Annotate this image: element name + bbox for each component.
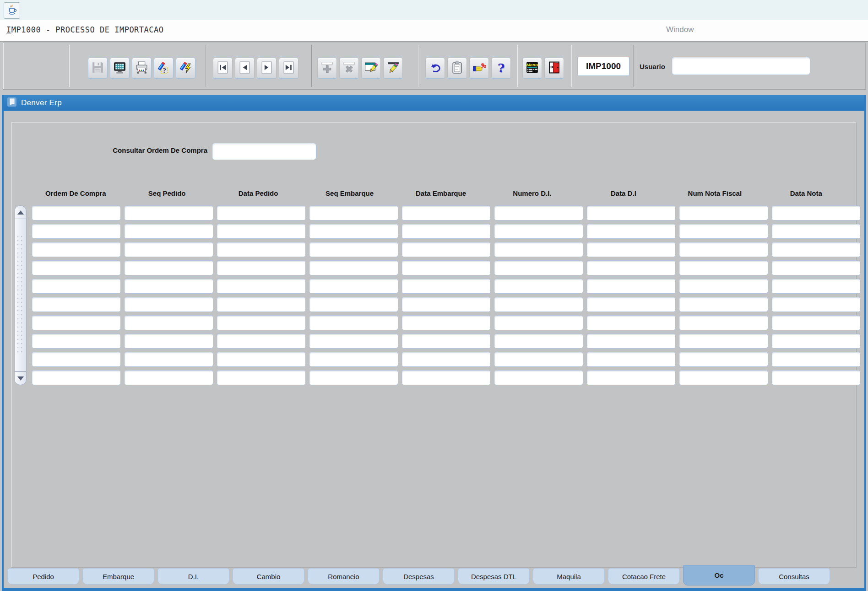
grid-cell[interactable]	[401, 333, 491, 349]
grid-cell[interactable]	[309, 205, 398, 220]
clear-record-button[interactable]	[469, 58, 489, 79]
grid-cell[interactable]	[401, 315, 491, 330]
grid-cell[interactable]	[494, 260, 583, 275]
tab-consultas[interactable]: Consultas	[758, 568, 830, 585]
form-title-menu[interactable]: IMP1000 - PROCESSO DE IMPORTACAO	[6, 25, 164, 34]
grid-cell[interactable]	[217, 352, 306, 367]
grid-cell[interactable]	[32, 352, 121, 367]
scroll-down-button[interactable]	[15, 371, 26, 385]
grid-cell[interactable]	[32, 260, 121, 275]
grid-cell[interactable]	[309, 297, 398, 312]
tab-d-i-[interactable]: D.I.	[157, 568, 229, 585]
grid-cell[interactable]	[217, 370, 306, 385]
grid-cell[interactable]	[217, 260, 306, 275]
grid-cell[interactable]	[586, 205, 676, 220]
consultar-ordem-input[interactable]	[212, 143, 316, 160]
grid-cell[interactable]	[494, 297, 583, 312]
grid-cell[interactable]	[494, 224, 583, 239]
grid-cell[interactable]	[309, 333, 398, 349]
grid-cell[interactable]	[401, 242, 491, 257]
exit-button[interactable]	[544, 58, 564, 79]
grid-cell[interactable]	[771, 352, 861, 367]
grid-cell[interactable]	[32, 242, 121, 257]
tab-cotacao-frete[interactable]: Cotacao Frete	[608, 568, 680, 585]
grid-cell[interactable]	[494, 279, 583, 294]
grid-cell[interactable]	[124, 205, 213, 220]
last-record-button[interactable]	[279, 58, 298, 79]
tab-despesas[interactable]: Despesas	[383, 568, 455, 585]
grid-cell[interactable]	[309, 279, 398, 294]
grid-cell[interactable]	[217, 297, 306, 312]
grid-cell[interactable]	[494, 333, 583, 349]
window-menu[interactable]: Window	[666, 25, 694, 34]
grid-cell[interactable]	[771, 297, 861, 312]
grid-cell[interactable]	[771, 205, 861, 220]
grid-cell[interactable]	[771, 333, 861, 349]
grid-cell[interactable]	[124, 242, 213, 257]
grid-cell[interactable]	[586, 224, 676, 239]
tab-oc[interactable]: Oc	[683, 565, 755, 586]
java-applet-button[interactable]	[4, 2, 20, 19]
grid-cell[interactable]	[401, 370, 491, 385]
paste-button[interactable]	[447, 58, 467, 79]
grid-cell[interactable]	[679, 224, 768, 239]
grid-cell[interactable]	[124, 352, 213, 367]
grid-cell[interactable]	[494, 242, 583, 257]
grid-cell[interactable]	[401, 279, 491, 294]
display-button[interactable]	[110, 58, 130, 79]
grid-cell[interactable]	[309, 370, 398, 385]
grid-cell[interactable]	[401, 205, 491, 220]
grid-cell[interactable]	[679, 352, 768, 367]
menu-button[interactable]: Menu	[522, 58, 542, 79]
grid-cell[interactable]	[124, 260, 213, 275]
grid-cell[interactable]	[124, 333, 213, 349]
grid-cell[interactable]	[217, 315, 306, 330]
grid-scrollbar[interactable]	[14, 205, 27, 385]
enter-query-button[interactable]: ?	[154, 58, 174, 79]
grid-cell[interactable]	[217, 205, 306, 220]
edit-button[interactable]	[361, 58, 381, 79]
grid-cell[interactable]	[401, 224, 491, 239]
grid-cell[interactable]	[679, 370, 768, 385]
tab-maquila[interactable]: Maquila	[533, 568, 605, 585]
first-record-button[interactable]	[213, 58, 233, 79]
item-edit-button[interactable]	[383, 58, 403, 79]
grid-cell[interactable]	[32, 297, 121, 312]
grid-cell[interactable]	[771, 260, 861, 275]
grid-cell[interactable]	[124, 370, 213, 385]
undo-button[interactable]	[425, 58, 445, 79]
grid-cell[interactable]	[401, 352, 491, 367]
grid-cell[interactable]	[309, 315, 398, 330]
grid-cell[interactable]	[679, 260, 768, 275]
grid-cell[interactable]	[494, 315, 583, 330]
grid-cell[interactable]	[679, 205, 768, 220]
grid-cell[interactable]	[32, 333, 121, 349]
grid-cell[interactable]	[586, 315, 676, 330]
grid-cell[interactable]	[586, 333, 676, 349]
grid-cell[interactable]	[679, 297, 768, 312]
grid-cell[interactable]	[771, 224, 861, 239]
save-button[interactable]	[88, 58, 108, 79]
grid-cell[interactable]	[32, 279, 121, 294]
grid-cell[interactable]	[494, 370, 583, 385]
grid-cell[interactable]	[124, 297, 213, 312]
grid-cell[interactable]	[217, 333, 306, 349]
grid-cell[interactable]	[32, 205, 121, 220]
grid-cell[interactable]	[771, 370, 861, 385]
grid-cell[interactable]	[586, 260, 676, 275]
previous-record-button[interactable]	[235, 58, 255, 79]
next-record-button[interactable]	[257, 58, 277, 79]
grid-cell[interactable]	[586, 370, 676, 385]
grid-cell[interactable]	[124, 224, 213, 239]
grid-cell[interactable]	[494, 205, 583, 220]
grid-cell[interactable]	[217, 224, 306, 239]
grid-cell[interactable]	[32, 315, 121, 330]
grid-cell[interactable]	[309, 224, 398, 239]
scroll-up-button[interactable]	[15, 206, 26, 219]
grid-cell[interactable]	[401, 260, 491, 275]
scrollbar-track[interactable]	[17, 236, 24, 355]
grid-cell[interactable]	[771, 315, 861, 330]
grid-cell[interactable]	[679, 242, 768, 257]
grid-cell[interactable]	[217, 242, 306, 257]
grid-cell[interactable]	[494, 352, 583, 367]
